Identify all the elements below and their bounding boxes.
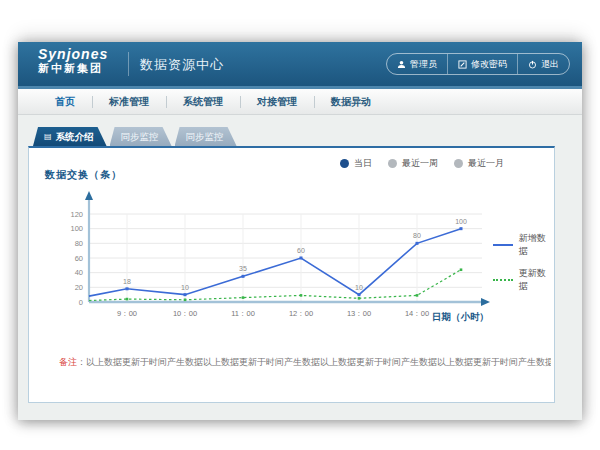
svg-text:14：00: 14：00: [405, 309, 429, 318]
period-option-2[interactable]: 最近一周: [388, 157, 438, 170]
note-body: ：以上数据更新于时间产生数据以上数据更新于时间产生数据以上数据更新于时间产生数据…: [77, 357, 551, 367]
header-divider: [128, 52, 129, 76]
radio-icon: [388, 159, 397, 168]
solid-line-swatch: [493, 244, 513, 246]
page: Synjones 新中新集团 数据资源中心 管理员 修改密码: [0, 0, 600, 450]
svg-text:120: 120: [70, 210, 83, 219]
logout-label: 退出: [541, 58, 559, 71]
period-option-1[interactable]: 当日: [340, 157, 372, 170]
svg-text:60: 60: [75, 254, 83, 263]
tab-1[interactable]: ▤系统介绍: [33, 127, 107, 146]
edit-icon: [458, 60, 467, 69]
tab-label: 同步监控: [121, 127, 159, 146]
chart-y-axis-title: 数据交换（条）: [45, 168, 122, 182]
content-panel: 当日最近一周最近一月 数据交换（条） 0204060801001209：0010…: [28, 146, 555, 403]
period-option-label: 最近一月: [468, 157, 504, 170]
legend-item-2: 更新数据: [493, 267, 554, 293]
chart-legend: 新增数据更新数据: [493, 232, 554, 293]
svg-text:40: 40: [75, 268, 83, 277]
app-header: Synjones 新中新集团 数据资源中心 管理员 修改密码: [18, 42, 582, 89]
svg-text:35: 35: [239, 265, 247, 272]
chart-canvas: 0204060801001209：0010：0011：0012：0013：001…: [37, 184, 497, 336]
period-option-label: 最近一周: [402, 157, 438, 170]
tab-label: 系统介绍: [56, 127, 94, 146]
period-option-label: 当日: [354, 157, 372, 170]
nav-item-2[interactable]: 标准管理: [92, 89, 166, 114]
period-option-3[interactable]: 最近一月: [454, 157, 504, 170]
legend-label: 更新数据: [519, 267, 554, 293]
user-toolbar: 管理员 修改密码 退出: [386, 53, 570, 75]
change-password-label: 修改密码: [471, 58, 507, 71]
tab-bar: ▤系统介绍同步监控同步监控: [33, 127, 240, 146]
svg-text:60: 60: [297, 247, 305, 254]
app-title: 数据资源中心: [140, 56, 224, 74]
nav-item-4[interactable]: 对接管理: [240, 89, 314, 114]
nav-item-3[interactable]: 系统管理: [166, 89, 240, 114]
svg-text:12：00: 12：00: [289, 309, 313, 318]
svg-text:日期（小时）: 日期（小时）: [432, 311, 489, 323]
svg-text:18: 18: [123, 278, 131, 285]
series-line-更新数据: [89, 270, 461, 301]
tab-2[interactable]: 同步监控: [110, 127, 172, 146]
user-button[interactable]: 管理员: [387, 54, 447, 74]
svg-text:100: 100: [70, 224, 83, 233]
legend-item-1: 新增数据: [493, 232, 554, 258]
dotted-line-swatch: [493, 279, 513, 281]
svg-text:100: 100: [455, 218, 467, 225]
radio-selected-icon: [340, 159, 349, 168]
tab-3[interactable]: 同步监控: [175, 127, 237, 146]
svg-text:0: 0: [79, 298, 83, 307]
power-icon: [528, 60, 537, 69]
logo-cjk: 新中新集团: [38, 62, 108, 74]
change-password-button[interactable]: 修改密码: [447, 54, 517, 74]
main-nav: 首页标准管理系统管理对接管理数据异动: [18, 89, 582, 115]
svg-text:80: 80: [413, 232, 421, 239]
svg-text:10: 10: [181, 284, 189, 291]
logout-button[interactable]: 退出: [517, 54, 569, 74]
app-window: Synjones 新中新集团 数据资源中心 管理员 修改密码: [18, 42, 582, 420]
note-prefix: 备注: [59, 357, 77, 367]
tab-label: 同步监控: [186, 127, 224, 146]
series-line-新增数据: [89, 229, 461, 296]
user-label: 管理员: [410, 58, 437, 71]
logo-latin: Synjones: [38, 47, 108, 62]
svg-text:20: 20: [75, 283, 83, 292]
footer-note: 备注：以上数据更新于时间产生数据以上数据更新于时间产生数据以上数据更新于时间产生…: [59, 356, 551, 369]
svg-text:10：00: 10：00: [173, 309, 197, 318]
svg-text:10: 10: [355, 284, 363, 291]
nav-item-5[interactable]: 数据异动: [314, 89, 388, 114]
line-chart: 0204060801001209：0010：0011：0012：0013：001…: [37, 184, 497, 336]
nav-item-1[interactable]: 首页: [38, 89, 92, 114]
user-icon: [397, 60, 406, 69]
radio-icon: [454, 159, 463, 168]
document-icon: ▤: [44, 133, 52, 141]
svg-text:80: 80: [75, 239, 83, 248]
svg-text:13：00: 13：00: [347, 309, 371, 318]
company-logo: Synjones 新中新集团: [38, 47, 108, 74]
legend-label: 新增数据: [519, 232, 554, 258]
svg-text:9：00: 9：00: [117, 309, 137, 318]
period-filter: 当日最近一周最近一月: [340, 157, 504, 170]
svg-text:11：00: 11：00: [231, 309, 255, 318]
